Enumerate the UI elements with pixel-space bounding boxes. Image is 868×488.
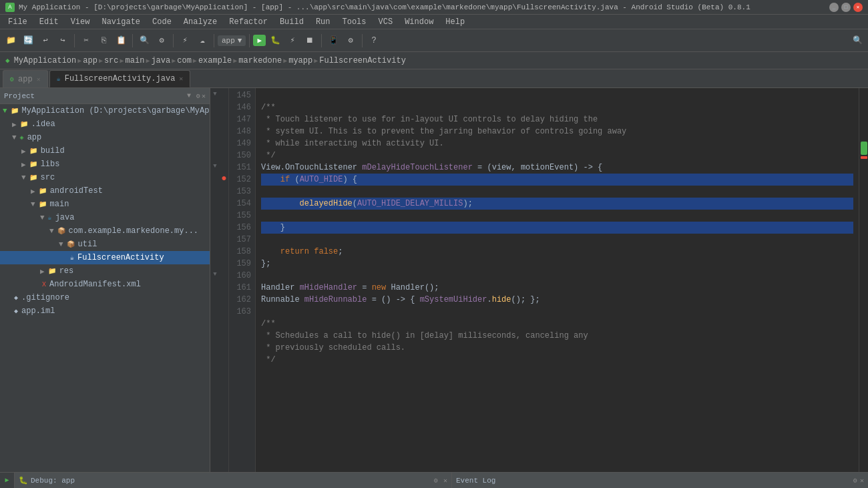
menu-analyze[interactable]: Analyze [178, 16, 222, 28]
tree-fullscreenactivity[interactable]: ☕ FullscreenActivity [0, 251, 210, 264]
project-panel-settings[interactable]: ⚙ [196, 92, 200, 100]
toolbar-sdk-btn[interactable]: ☁ [194, 33, 210, 49]
toolbar-redo-btn[interactable]: ↪ [55, 33, 71, 49]
search-everywhere-btn[interactable]: 🔍 [849, 33, 865, 49]
profile-btn[interactable]: ⚡ [284, 33, 300, 49]
avd-btn[interactable]: 📱 [325, 33, 341, 49]
minimize-button[interactable]: _ [829, 3, 839, 12]
tree-appiml[interactable]: ◆ app.iml [0, 304, 210, 318]
menu-edit[interactable]: Edit [34, 16, 64, 28]
project-panel-header: Project ▼ ⚙ ✕ [0, 88, 210, 104]
event-log-settings[interactable]: ⚙ [853, 477, 857, 485]
breadcrumb-app[interactable]: app [83, 56, 97, 65]
code-content[interactable]: /** * Touch listener to use for in-layou… [256, 88, 859, 472]
gutter-14 [220, 244, 228, 256]
tree-build[interactable]: ▶ 📁 build [0, 144, 210, 158]
menu-run[interactable]: Run [310, 16, 336, 28]
menu-build[interactable]: Build [274, 16, 309, 28]
tree-main-expand: ▼ [31, 200, 35, 208]
fold-cell-6 [210, 148, 220, 160]
close-button[interactable]: ✕ [853, 3, 863, 12]
breadcrumb-myapp[interactable]: MyApplication [14, 56, 77, 65]
sdk-mgr-btn[interactable]: ⚙ [343, 33, 359, 49]
tree-src-icon: 📁 [29, 174, 37, 182]
run-button[interactable]: ▶ [253, 35, 266, 46]
tab-fullscreenactivity[interactable]: ☕ FullscreenActivity.java ✕ [49, 70, 191, 87]
tree-myapplication-label: MyApplication (D:\projects\garbage\MyApp… [22, 106, 210, 115]
tab-fullscreen-close[interactable]: ✕ [179, 75, 183, 83]
toolbar-project-btn[interactable]: 📁 [3, 33, 19, 49]
maximize-button[interactable]: □ [841, 3, 851, 12]
gutter-9 [220, 184, 228, 196]
tree-androidtest[interactable]: ▶ 📁 androidTest [0, 184, 210, 198]
menu-help[interactable]: Help [440, 16, 470, 28]
fold-cell-1[interactable]: ▼ [210, 88, 220, 100]
tree-gitignore[interactable]: ◆ .gitignore [0, 291, 210, 304]
menu-vcs[interactable]: VCS [373, 16, 399, 28]
breadcrumb-fullscreenactivity[interactable]: FullscreenActivity [319, 56, 406, 65]
menu-file[interactable]: File [3, 16, 33, 28]
fold-cell-17 [210, 280, 220, 292]
folder-icon: 📁 [11, 107, 19, 115]
menu-view[interactable]: View [65, 16, 95, 28]
stop-btn[interactable]: ⏹ [302, 33, 318, 49]
debug-close-icon[interactable]: ✕ [443, 477, 447, 485]
tree-app[interactable]: ▼ ◈ app [0, 131, 210, 144]
debug-panel-header: 🐛 Debug: app ⚙ ✕ [15, 473, 451, 488]
tree-idea-icon: 📁 [20, 120, 28, 128]
toolbar-undo-btn[interactable]: ↩ [37, 33, 53, 49]
app-selector[interactable]: app ▼ [218, 35, 246, 46]
breadcrumb-myapp-pkg[interactable]: myapp [288, 56, 312, 65]
debug-run-btn[interactable]: 🐛 [267, 33, 283, 49]
line-num-153: 153 [229, 186, 251, 198]
editor-tabs: ⚙ app ✕ ☕ FullscreenActivity.java ✕ [0, 69, 868, 88]
tree-manifest[interactable]: X AndroidManifest.xml [0, 278, 210, 291]
tree-myapplication[interactable]: ▼ 📁 MyApplication (D:\projects\garbage\M… [0, 104, 210, 117]
breadcrumb-java[interactable]: java [151, 56, 170, 65]
fold-cell-3 [210, 112, 220, 124]
tree-idea[interactable]: ▶ 📁 .idea [0, 117, 210, 131]
toolbar-replace-btn[interactable]: ⚙ [154, 33, 170, 49]
tab-app-close[interactable]: ✕ [37, 75, 41, 83]
tab-app[interactable]: ⚙ app ✕ [3, 70, 48, 87]
menu-navigate[interactable]: Navigate [96, 16, 146, 28]
breadcrumb-src[interactable]: src [104, 56, 119, 65]
tree-libs-icon: 📁 [29, 160, 37, 168]
tree-res[interactable]: ▶ 📁 res [0, 264, 210, 278]
tree-libs[interactable]: ▶ 📁 libs [0, 158, 210, 171]
fold-cell-7[interactable]: ▼ [210, 160, 220, 172]
debug-settings-icon[interactable]: ⚙ [434, 477, 438, 485]
event-log-close[interactable]: ✕ [860, 477, 864, 485]
menu-refactor[interactable]: Refactor [224, 16, 273, 28]
tree-java[interactable]: ▼ ☕ java [0, 211, 210, 224]
menu-window[interactable]: Window [399, 16, 439, 28]
tree-util[interactable]: ▼ 📦 util [0, 238, 210, 251]
right-scroll[interactable] [859, 88, 868, 472]
tree-main[interactable]: ▼ 📁 main [0, 198, 210, 211]
tree-src-label: src [41, 173, 55, 182]
breadcrumb-main[interactable]: main [126, 56, 145, 65]
project-panel-hide[interactable]: ✕ [202, 92, 206, 100]
line-num-148: 148 [229, 126, 251, 138]
project-panel-title: Project [4, 92, 35, 100]
debug-resume-btn[interactable]: ▶ [1, 474, 13, 486]
help-btn[interactable]: ? [366, 33, 382, 49]
toolbar-cut-btn[interactable]: ✂ [78, 33, 94, 49]
menu-tools[interactable]: Tools [337, 16, 372, 28]
breadcrumb-example[interactable]: example [198, 56, 232, 65]
toolbar-structure-btn[interactable]: ⚡ [177, 33, 193, 49]
tree-util-icon: 📦 [67, 240, 75, 248]
breadcrumb-markedone[interactable]: markedone [238, 56, 282, 65]
toolbar-find-btn[interactable]: 🔍 [136, 33, 152, 49]
fold-cell-16[interactable]: ▼ [210, 268, 220, 280]
toolbar-sync-btn[interactable]: 🔄 [20, 33, 36, 49]
project-dropdown-icon[interactable]: ▼ [187, 92, 191, 99]
menu-code[interactable]: Code [147, 16, 177, 28]
fold-cell-2 [210, 100, 220, 112]
toolbar-copy-btn[interactable]: ⎘ [95, 33, 112, 49]
breadcrumb-com[interactable]: com [177, 56, 192, 65]
toolbar-paste-btn[interactable]: 📋 [113, 33, 129, 49]
tab-app-label: app [18, 75, 33, 84]
tree-src[interactable]: ▼ 📁 src [0, 171, 210, 184]
tree-package[interactable]: ▼ 📦 com.example.markedone.my... [0, 224, 210, 238]
